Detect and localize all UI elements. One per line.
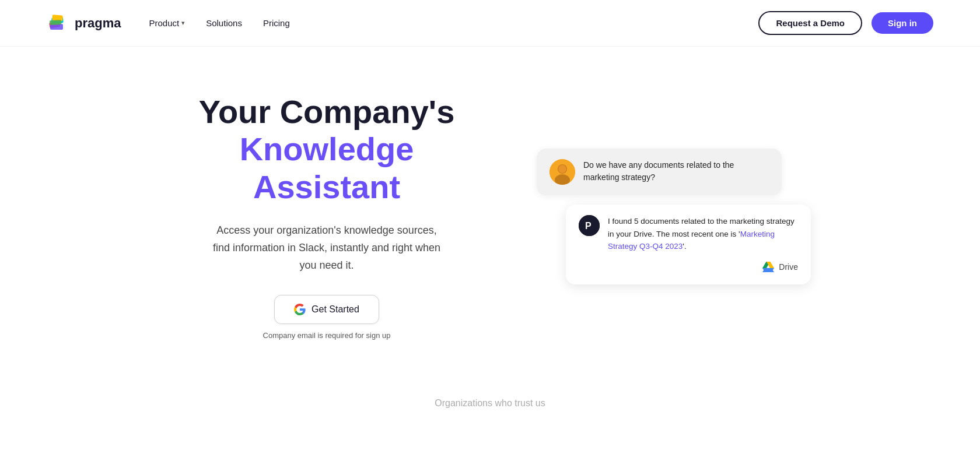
orgs-heading: Organizations who trust us	[0, 398, 980, 409]
ai-chat-bubble: P I found 5 documents related to the mar…	[566, 205, 811, 284]
nav-links: Product ▾ Solutions Pricing	[149, 18, 289, 28]
get-started-button[interactable]: Get Started	[274, 295, 379, 324]
hero-left: Your Company's Knowledge Assistant Acces…	[163, 93, 490, 340]
chat-demo: Do we have any documents related to the …	[537, 149, 817, 284]
svg-point-8	[558, 165, 566, 173]
nav-pricing[interactable]: Pricing	[263, 18, 290, 28]
request-demo-button[interactable]: Request a Demo	[758, 11, 862, 35]
brand-name: pragma	[75, 16, 121, 31]
ai-avatar-image: P	[579, 215, 600, 236]
user-chat-bubble: Do we have any documents related to the …	[537, 149, 782, 195]
google-icon	[294, 304, 306, 315]
hero-title-line2: Knowledge Assistant	[163, 131, 490, 206]
nav-left: pragma Product ▾ Solutions Pricing	[47, 12, 290, 34]
sign-in-button[interactable]: Sign in	[872, 12, 933, 34]
svg-rect-4	[50, 20, 61, 25]
nav-right: Request a Demo Sign in	[758, 11, 933, 35]
hero-section: Your Company's Knowledge Assistant Acces…	[82, 47, 898, 363]
user-avatar-image	[550, 159, 575, 185]
ai-bubble-content: P I found 5 documents related to the mar…	[579, 215, 798, 253]
nav-product[interactable]: Product ▾	[149, 18, 185, 28]
user-message-text: Do we have any documents related to the …	[583, 159, 769, 184]
drive-label: Drive	[779, 262, 798, 272]
svg-text:P: P	[585, 221, 592, 231]
nav-solutions[interactable]: Solutions	[206, 18, 242, 28]
document-link[interactable]: Marketing Strategy Q3-Q4 2023	[608, 230, 775, 251]
signup-hint: Company email is required for sign up	[163, 331, 490, 340]
user-avatar	[550, 159, 575, 185]
ai-message-text: I found 5 documents related to the marke…	[608, 215, 798, 253]
hero-title-line1: Your Company's	[163, 93, 490, 131]
logo[interactable]: pragma	[47, 12, 121, 34]
navigation: pragma Product ▾ Solutions Pricing Reque…	[0, 0, 980, 47]
drive-icon	[761, 260, 775, 274]
drive-badge: Drive	[579, 260, 798, 274]
hero-right: Do we have any documents related to the …	[537, 149, 817, 284]
ai-avatar: P	[579, 215, 600, 236]
organizations-section: Organizations who trust us	[0, 363, 980, 426]
hero-subtitle: Access your organization's knowledge sou…	[163, 222, 490, 274]
chevron-down-icon: ▾	[181, 19, 185, 27]
logo-icon	[47, 12, 69, 34]
